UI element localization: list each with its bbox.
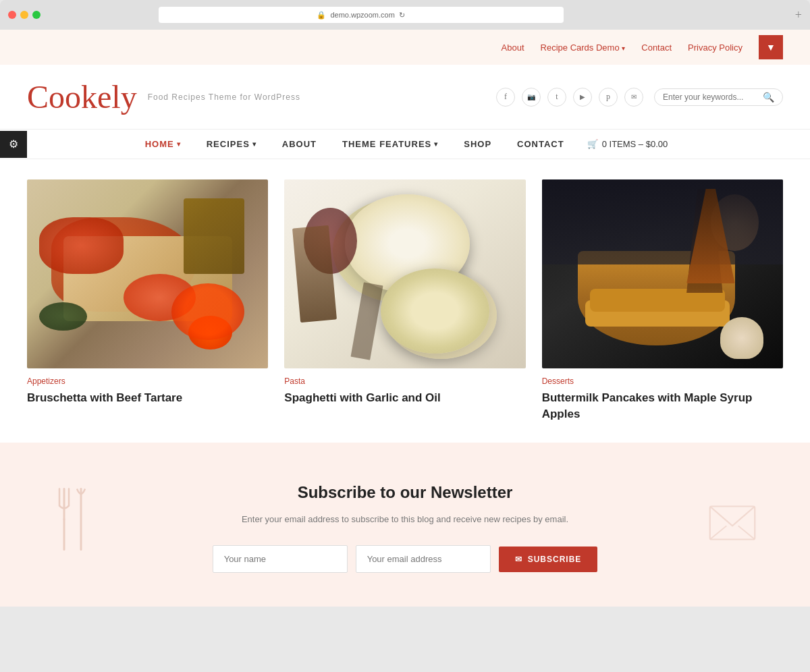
- search-box: 🔍: [654, 88, 783, 106]
- pinterest-icon[interactable]: p: [599, 88, 618, 107]
- recipe-card-0[interactable]: Appetizers Bruschetta with Beef Tartare: [27, 179, 268, 422]
- nav-shop[interactable]: SHOP: [461, 130, 494, 159]
- browser-window: 🔒 demo.wpzoom.com ↻ + About Recipe Cards…: [0, 0, 810, 607]
- logo-text: Cookely: [27, 78, 137, 115]
- browser-titlebar: 🔒 demo.wpzoom.com ↻ +: [0, 7, 810, 30]
- top-nav-privacy[interactable]: Privacy Policy: [688, 43, 742, 53]
- address-bar[interactable]: 🔒 demo.wpzoom.com ↻: [159, 7, 564, 23]
- maximize-button[interactable]: [32, 11, 40, 19]
- nav-theme-features[interactable]: THEME FEATURES ▾: [340, 130, 441, 159]
- new-tab-button[interactable]: +: [795, 8, 802, 22]
- top-nav-bar: About Recipe Cards Demo ▾ Contact Privac…: [0, 30, 810, 65]
- instagram-icon[interactable]: 📷: [522, 88, 541, 107]
- main-nav: ⚙ HOME ▾ RECIPES ▾ ABOUT THEME FEATURES …: [0, 130, 810, 159]
- settings-button[interactable]: ⚙: [0, 131, 27, 158]
- url-text: demo.wpzoom.com: [330, 11, 394, 19]
- recipe-image-bruschetta: [27, 179, 268, 368]
- search-button[interactable]: 🔍: [763, 92, 774, 103]
- site-header: Cookely Food Recipes Theme for WordPress…: [0, 65, 810, 130]
- minimize-button[interactable]: [20, 11, 28, 19]
- nav-home[interactable]: HOME ▾: [142, 130, 184, 159]
- utensil-icon: [54, 486, 94, 563]
- recipe-title-0: Bruschetta with Beef Tartare: [27, 390, 268, 406]
- newsletter-form: ✉ SUBSCRIBE: [27, 545, 783, 573]
- newsletter-name-input[interactable]: [213, 545, 348, 573]
- svg-line-7: [738, 526, 755, 540]
- subscribe-button[interactable]: ✉ SUBSCRIBE: [499, 547, 598, 572]
- refresh-icon[interactable]: ↻: [399, 11, 405, 20]
- recipe-card-2[interactable]: Desserts Buttermilk Pancakes with Maple …: [542, 179, 783, 422]
- logo-tagline: Food Recipes Theme for WordPress: [148, 92, 300, 102]
- svg-line-6: [710, 526, 727, 540]
- cart-label: 0 ITEMS – $0.00: [602, 139, 668, 149]
- recipe-category-0: Appetizers: [27, 376, 268, 386]
- site-logo[interactable]: Cookely: [27, 78, 137, 115]
- recipe-title-1: Spaghetti with Garlic and Oil: [284, 390, 525, 406]
- top-nav-contact[interactable]: Contact: [641, 43, 672, 53]
- dropdown-arrow-icon: ▾: [622, 45, 625, 52]
- nav-contact[interactable]: CONTACT: [514, 130, 567, 159]
- recipe-grid: Appetizers Bruschetta with Beef Tartare …: [0, 159, 810, 443]
- recipe-category-2: Desserts: [542, 376, 783, 386]
- recipe-image-pancakes: [542, 179, 783, 368]
- newsletter-email-input[interactable]: [356, 545, 491, 573]
- recipe-title-2: Buttermilk Pancakes with Maple Syrup App…: [542, 390, 783, 422]
- theme-dropdown-icon: ▾: [434, 140, 438, 148]
- subscribe-label: SUBSCRIBE: [528, 555, 582, 564]
- cart-icon: 🛒: [587, 139, 598, 149]
- envelope-icon: ✉: [515, 555, 522, 564]
- close-button[interactable]: [8, 11, 16, 19]
- logo-area: Cookely Food Recipes Theme for WordPress: [27, 78, 300, 115]
- twitter-icon[interactable]: t: [547, 88, 566, 107]
- envelope-decorative-icon: [709, 505, 756, 544]
- dropdown-icon: ▼: [766, 42, 776, 53]
- page-content: About Recipe Cards Demo ▾ Contact Privac…: [0, 30, 810, 607]
- search-input[interactable]: [663, 92, 757, 102]
- recipe-card-1[interactable]: Pasta Spaghetti with Garlic and Oil: [284, 179, 525, 422]
- top-nav-dropdown-button[interactable]: ▼: [759, 35, 783, 59]
- home-dropdown-icon: ▾: [177, 140, 181, 148]
- nav-recipes[interactable]: RECIPES ▾: [204, 130, 259, 159]
- recipes-dropdown-icon: ▾: [252, 140, 256, 148]
- header-right: f 📷 t ▶ p ✉ 🔍: [496, 88, 783, 107]
- newsletter-title: Subscribe to our Newsletter: [27, 483, 783, 502]
- facebook-icon[interactable]: f: [496, 88, 515, 107]
- youtube-icon[interactable]: ▶: [573, 88, 592, 107]
- lock-icon: 🔒: [317, 11, 326, 20]
- recipe-image-pasta: [284, 179, 525, 368]
- top-nav-about[interactable]: About: [502, 43, 524, 53]
- newsletter-section: Subscribe to our Newsletter Enter your e…: [0, 443, 810, 607]
- newsletter-description: Enter your email address to subscribe to…: [27, 513, 783, 527]
- nav-about[interactable]: ABOUT: [279, 130, 319, 159]
- email-icon[interactable]: ✉: [624, 88, 643, 107]
- recipe-category-1: Pasta: [284, 376, 525, 386]
- social-icons: f 📷 t ▶ p ✉: [496, 88, 643, 107]
- top-nav-recipe-cards[interactable]: Recipe Cards Demo ▾: [541, 43, 626, 53]
- cart-button[interactable]: 🛒 0 ITEMS – $0.00: [587, 139, 668, 149]
